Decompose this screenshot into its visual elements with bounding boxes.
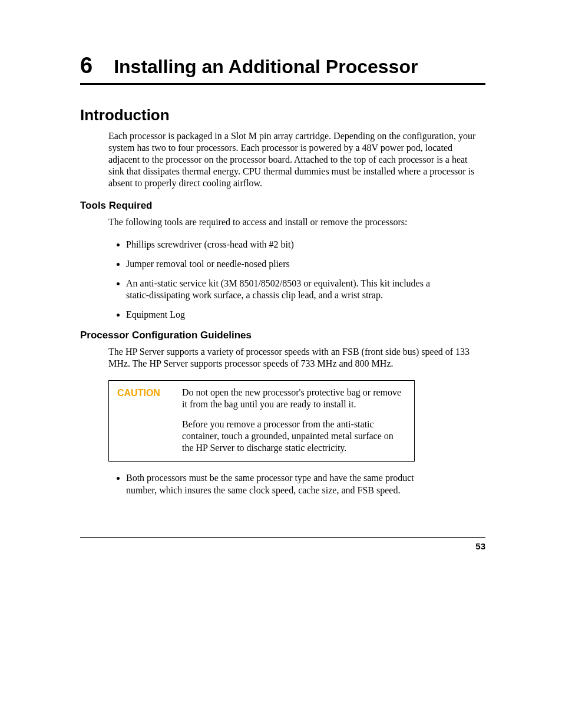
- page-footer: 53: [80, 537, 485, 551]
- page-number: 53: [80, 537, 485, 551]
- tools-lead: The following tools are required to acce…: [80, 216, 485, 228]
- chapter-title: Installing an Additional Processor: [114, 56, 418, 78]
- list-item: Both processors must be the same process…: [126, 472, 485, 497]
- caution-text: Do not open the new processor's protecti…: [182, 387, 406, 455]
- chapter-number: 6: [80, 53, 92, 78]
- intro-body: Each processor is packaged in a Slot M p…: [80, 130, 485, 189]
- list-item: An anti-static service kit (3M 8501/8502…: [126, 278, 485, 302]
- caution-label: CAUTION: [117, 387, 182, 398]
- section-heading-guidelines: Processor Configuration Guidelines: [80, 330, 485, 341]
- tools-list: Phillips screwdriver (cross-head with #2…: [80, 239, 485, 321]
- guidelines-post-list: Both processors must be the same process…: [80, 472, 485, 497]
- list-item: Equipment Log: [126, 309, 485, 321]
- list-item: Phillips screwdriver (cross-head with #2…: [126, 239, 485, 251]
- section-heading-introduction: Introduction: [80, 106, 485, 124]
- document-page: 6 Installing an Additional Processor Int…: [0, 0, 562, 728]
- caution-box: CAUTION Do not open the new processor's …: [108, 380, 415, 462]
- section-heading-tools: Tools Required: [80, 200, 485, 212]
- caution-paragraph: Do not open the new processor's protecti…: [182, 387, 406, 410]
- caution-paragraph: Before you remove a processor from the a…: [182, 419, 406, 454]
- list-item: Jumper removal tool or needle-nosed plie…: [126, 258, 485, 271]
- guidelines-body: The HP Server supports a variety of proc…: [80, 346, 485, 370]
- chapter-header: 6 Installing an Additional Processor: [80, 53, 485, 85]
